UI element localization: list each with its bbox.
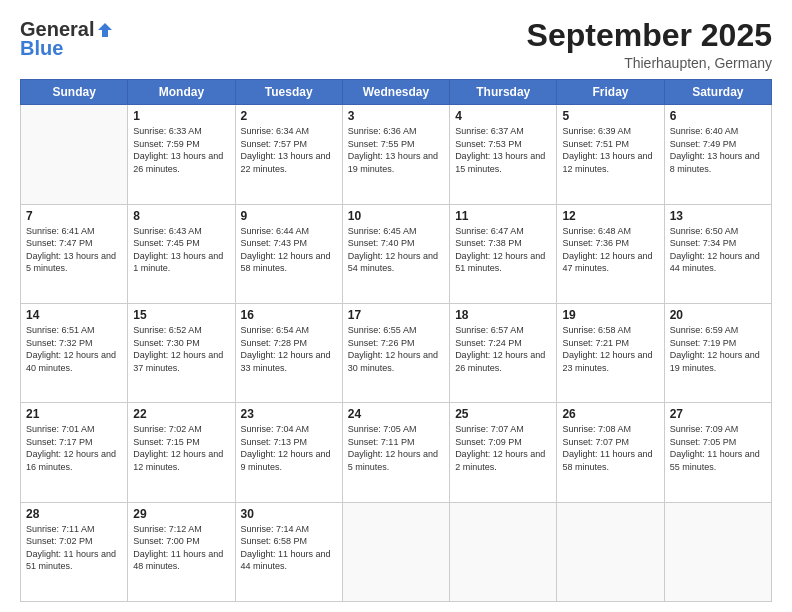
day-number: 24 [348,407,444,421]
calendar-cell: 16 Sunrise: 6:54 AMSunset: 7:28 PMDaylig… [235,303,342,402]
calendar-cell: 17 Sunrise: 6:55 AMSunset: 7:26 PMDaylig… [342,303,449,402]
cell-text: Sunrise: 7:08 AMSunset: 7:07 PMDaylight:… [562,423,658,473]
title-block: September 2025 Thierhaupten, Germany [527,18,772,71]
location: Thierhaupten, Germany [527,55,772,71]
calendar-cell: 20 Sunrise: 6:59 AMSunset: 7:19 PMDaylig… [664,303,771,402]
logo: General Blue [20,18,114,60]
day-number: 27 [670,407,766,421]
calendar-cell [342,502,449,601]
calendar-cell: 12 Sunrise: 6:48 AMSunset: 7:36 PMDaylig… [557,204,664,303]
cell-text: Sunrise: 6:54 AMSunset: 7:28 PMDaylight:… [241,324,337,374]
day-number: 21 [26,407,122,421]
calendar-cell: 24 Sunrise: 7:05 AMSunset: 7:11 PMDaylig… [342,403,449,502]
day-number: 25 [455,407,551,421]
day-number: 15 [133,308,229,322]
day-number: 11 [455,209,551,223]
day-number: 18 [455,308,551,322]
cell-text: Sunrise: 6:37 AMSunset: 7:53 PMDaylight:… [455,125,551,175]
day-number: 12 [562,209,658,223]
calendar-cell: 19 Sunrise: 6:58 AMSunset: 7:21 PMDaylig… [557,303,664,402]
calendar-cell: 30 Sunrise: 7:14 AMSunset: 6:58 PMDaylig… [235,502,342,601]
cell-text: Sunrise: 7:01 AMSunset: 7:17 PMDaylight:… [26,423,122,473]
cell-text: Sunrise: 6:57 AMSunset: 7:24 PMDaylight:… [455,324,551,374]
month-title: September 2025 [527,18,772,53]
calendar-cell: 25 Sunrise: 7:07 AMSunset: 7:09 PMDaylig… [450,403,557,502]
cell-text: Sunrise: 7:07 AMSunset: 7:09 PMDaylight:… [455,423,551,473]
calendar-cell: 11 Sunrise: 6:47 AMSunset: 7:38 PMDaylig… [450,204,557,303]
logo-icon [96,21,114,39]
cell-text: Sunrise: 6:36 AMSunset: 7:55 PMDaylight:… [348,125,444,175]
cell-text: Sunrise: 7:05 AMSunset: 7:11 PMDaylight:… [348,423,444,473]
cell-text: Sunrise: 6:48 AMSunset: 7:36 PMDaylight:… [562,225,658,275]
calendar-header-row: SundayMondayTuesdayWednesdayThursdayFrid… [21,80,772,105]
day-number: 1 [133,109,229,123]
day-number: 10 [348,209,444,223]
calendar-cell: 9 Sunrise: 6:44 AMSunset: 7:43 PMDayligh… [235,204,342,303]
calendar-cell: 23 Sunrise: 7:04 AMSunset: 7:13 PMDaylig… [235,403,342,502]
calendar-week-row: 7 Sunrise: 6:41 AMSunset: 7:47 PMDayligh… [21,204,772,303]
cell-text: Sunrise: 7:02 AMSunset: 7:15 PMDaylight:… [133,423,229,473]
day-number: 4 [455,109,551,123]
cell-text: Sunrise: 6:47 AMSunset: 7:38 PMDaylight:… [455,225,551,275]
cell-text: Sunrise: 7:11 AMSunset: 7:02 PMDaylight:… [26,523,122,573]
cell-text: Sunrise: 6:39 AMSunset: 7:51 PMDaylight:… [562,125,658,175]
calendar-cell: 1 Sunrise: 6:33 AMSunset: 7:59 PMDayligh… [128,105,235,204]
cell-text: Sunrise: 6:52 AMSunset: 7:30 PMDaylight:… [133,324,229,374]
day-number: 7 [26,209,122,223]
day-number: 6 [670,109,766,123]
calendar-cell: 15 Sunrise: 6:52 AMSunset: 7:30 PMDaylig… [128,303,235,402]
day-number: 26 [562,407,658,421]
day-of-week-header: Friday [557,80,664,105]
calendar-cell: 29 Sunrise: 7:12 AMSunset: 7:00 PMDaylig… [128,502,235,601]
calendar-cell: 6 Sunrise: 6:40 AMSunset: 7:49 PMDayligh… [664,105,771,204]
day-number: 17 [348,308,444,322]
day-number: 19 [562,308,658,322]
cell-text: Sunrise: 7:12 AMSunset: 7:00 PMDaylight:… [133,523,229,573]
cell-text: Sunrise: 6:44 AMSunset: 7:43 PMDaylight:… [241,225,337,275]
cell-text: Sunrise: 6:50 AMSunset: 7:34 PMDaylight:… [670,225,766,275]
cell-text: Sunrise: 6:55 AMSunset: 7:26 PMDaylight:… [348,324,444,374]
calendar-cell [450,502,557,601]
cell-text: Sunrise: 6:40 AMSunset: 7:49 PMDaylight:… [670,125,766,175]
cell-text: Sunrise: 6:58 AMSunset: 7:21 PMDaylight:… [562,324,658,374]
cell-text: Sunrise: 6:51 AMSunset: 7:32 PMDaylight:… [26,324,122,374]
header: General Blue September 2025 Thierhaupten… [20,18,772,71]
cell-text: Sunrise: 6:34 AMSunset: 7:57 PMDaylight:… [241,125,337,175]
calendar-cell: 18 Sunrise: 6:57 AMSunset: 7:24 PMDaylig… [450,303,557,402]
day-number: 20 [670,308,766,322]
calendar-cell [557,502,664,601]
day-of-week-header: Monday [128,80,235,105]
day-number: 9 [241,209,337,223]
cell-text: Sunrise: 7:04 AMSunset: 7:13 PMDaylight:… [241,423,337,473]
calendar-cell: 13 Sunrise: 6:50 AMSunset: 7:34 PMDaylig… [664,204,771,303]
cell-text: Sunrise: 7:14 AMSunset: 6:58 PMDaylight:… [241,523,337,573]
calendar-cell: 14 Sunrise: 6:51 AMSunset: 7:32 PMDaylig… [21,303,128,402]
cell-text: Sunrise: 6:59 AMSunset: 7:19 PMDaylight:… [670,324,766,374]
cell-text: Sunrise: 6:33 AMSunset: 7:59 PMDaylight:… [133,125,229,175]
day-of-week-header: Sunday [21,80,128,105]
calendar-week-row: 14 Sunrise: 6:51 AMSunset: 7:32 PMDaylig… [21,303,772,402]
calendar-cell: 21 Sunrise: 7:01 AMSunset: 7:17 PMDaylig… [21,403,128,502]
calendar-week-row: 1 Sunrise: 6:33 AMSunset: 7:59 PMDayligh… [21,105,772,204]
day-number: 3 [348,109,444,123]
day-number: 28 [26,507,122,521]
day-number: 29 [133,507,229,521]
calendar-cell: 7 Sunrise: 6:41 AMSunset: 7:47 PMDayligh… [21,204,128,303]
day-number: 22 [133,407,229,421]
day-number: 14 [26,308,122,322]
calendar-cell: 22 Sunrise: 7:02 AMSunset: 7:15 PMDaylig… [128,403,235,502]
calendar-week-row: 21 Sunrise: 7:01 AMSunset: 7:17 PMDaylig… [21,403,772,502]
calendar-cell: 26 Sunrise: 7:08 AMSunset: 7:07 PMDaylig… [557,403,664,502]
cell-text: Sunrise: 6:43 AMSunset: 7:45 PMDaylight:… [133,225,229,275]
calendar-cell: 28 Sunrise: 7:11 AMSunset: 7:02 PMDaylig… [21,502,128,601]
day-number: 23 [241,407,337,421]
cell-text: Sunrise: 6:45 AMSunset: 7:40 PMDaylight:… [348,225,444,275]
calendar-cell [21,105,128,204]
day-number: 8 [133,209,229,223]
day-number: 16 [241,308,337,322]
day-number: 5 [562,109,658,123]
day-of-week-header: Wednesday [342,80,449,105]
day-number: 30 [241,507,337,521]
calendar-cell: 10 Sunrise: 6:45 AMSunset: 7:40 PMDaylig… [342,204,449,303]
calendar-cell: 5 Sunrise: 6:39 AMSunset: 7:51 PMDayligh… [557,105,664,204]
